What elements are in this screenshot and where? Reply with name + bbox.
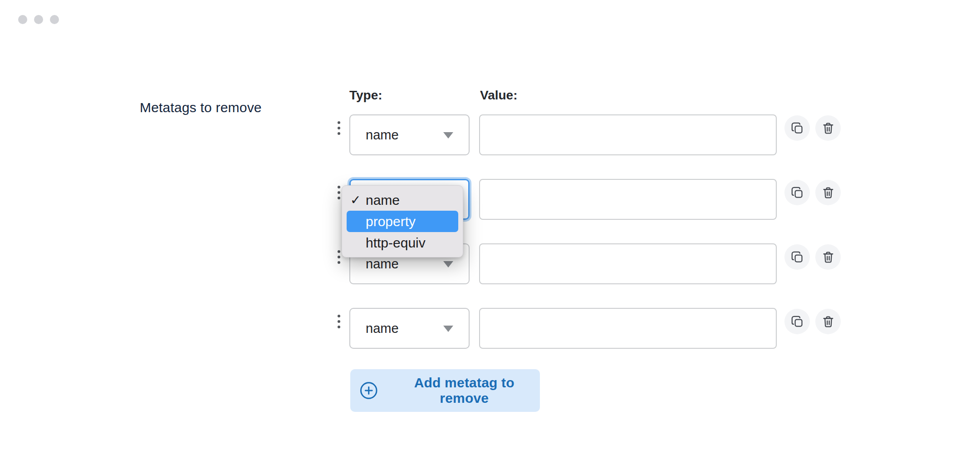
value-input[interactable] — [479, 243, 777, 284]
metatag-row: name — [0, 308, 980, 349]
drag-handle-icon[interactable] — [337, 249, 341, 265]
page: Metatags to remove Type: Value: name — [0, 0, 980, 475]
metatag-row: name — [0, 243, 980, 284]
dropdown-option-http-equiv[interactable]: http-equiv — [342, 232, 463, 253]
type-select-value: name — [366, 309, 399, 348]
value-input[interactable] — [479, 179, 777, 220]
add-metatag-label: Add metatag to remove — [388, 375, 540, 406]
plus-icon — [359, 381, 378, 400]
chevron-down-icon — [443, 261, 453, 267]
duplicate-button[interactable] — [784, 309, 810, 334]
delete-button[interactable] — [815, 180, 841, 205]
value-input[interactable] — [479, 114, 777, 155]
duplicate-icon — [790, 250, 804, 264]
dropdown-option-name[interactable]: ✓ name — [342, 189, 463, 211]
add-metatag-button[interactable]: Add metatag to remove — [350, 369, 540, 412]
duplicate-icon — [790, 121, 804, 135]
delete-button[interactable] — [815, 244, 841, 270]
trash-icon — [821, 250, 835, 264]
window-dot — [18, 15, 27, 24]
chevron-down-icon — [443, 132, 453, 139]
dropdown-option-property[interactable]: property — [347, 211, 458, 232]
duplicate-icon — [790, 314, 804, 329]
value-input[interactable] — [479, 308, 777, 349]
drag-handle-icon[interactable] — [337, 120, 341, 136]
drag-handle-icon[interactable] — [337, 314, 341, 329]
trash-icon — [821, 121, 835, 135]
type-select[interactable]: name — [349, 114, 470, 155]
trash-icon — [821, 315, 835, 329]
type-select-dropdown: ✓ name property http-equiv — [342, 185, 463, 257]
window-controls — [18, 15, 59, 24]
delete-button[interactable] — [815, 309, 841, 334]
metatag-row: name — [0, 114, 980, 155]
window-dot — [50, 15, 59, 24]
delete-button[interactable] — [815, 115, 841, 141]
drag-handle-icon[interactable] — [337, 185, 341, 200]
trash-icon — [821, 186, 835, 200]
window-dot — [34, 15, 43, 24]
type-select-value: name — [366, 115, 399, 154]
duplicate-button[interactable] — [784, 244, 810, 270]
chevron-down-icon — [443, 326, 453, 332]
dropdown-option-label: http-equiv — [366, 235, 426, 250]
duplicate-button[interactable] — [784, 115, 810, 141]
dropdown-option-label: property — [366, 214, 416, 229]
check-icon: ✓ — [350, 189, 361, 211]
metatag-row: name — [0, 179, 980, 220]
column-header-value: Value: — [480, 88, 517, 103]
column-header-type: Type: — [349, 88, 382, 103]
duplicate-button[interactable] — [784, 180, 810, 205]
duplicate-icon — [790, 185, 804, 200]
section-label: Metatags to remove — [140, 100, 262, 115]
type-select[interactable]: name — [349, 308, 470, 349]
dropdown-option-label: name — [366, 193, 400, 208]
